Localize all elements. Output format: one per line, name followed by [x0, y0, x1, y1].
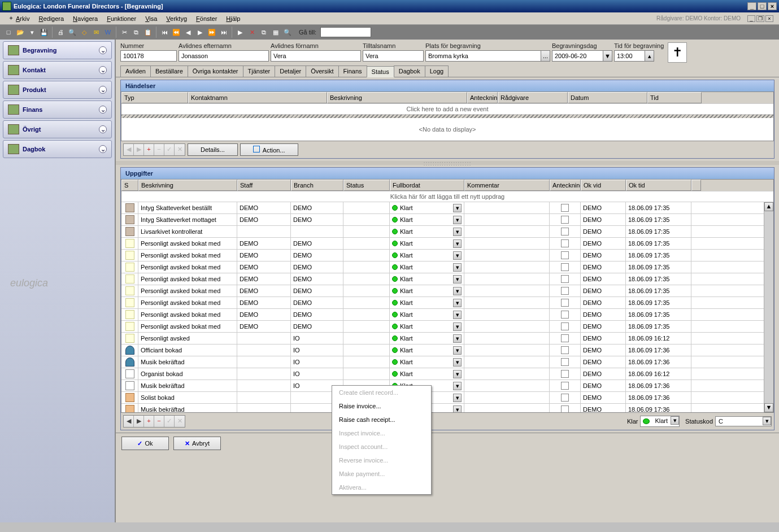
- sidebar-item-övrigt[interactable]: Övrigt⌄: [3, 120, 112, 138]
- statuskod-select[interactable]: C ▾: [715, 416, 772, 426]
- cell-anteckning[interactable]: [550, 380, 581, 391]
- action-button[interactable]: Action...: [240, 143, 298, 156]
- cancel-button[interactable]: ✕Avbryt: [173, 437, 221, 450]
- tool-icon[interactable]: ◇: [79, 27, 89, 37]
- scroll-up-icon[interactable]: ▲: [764, 202, 773, 211]
- paste-icon[interactable]: 📋: [143, 27, 153, 37]
- dropdown-icon[interactable]: ▾: [453, 358, 462, 367]
- dropdown-icon[interactable]: ▾: [453, 322, 462, 331]
- cell-fullbordat[interactable]: Klart▾: [390, 273, 464, 285]
- sidebar-item-kontakt[interactable]: Kontakt⌄: [3, 61, 112, 79]
- dropdown-icon[interactable]: ▾: [453, 382, 462, 390]
- close-button[interactable]: ×: [768, 2, 777, 10]
- tab-övriga kontakter[interactable]: Övriga kontakter: [188, 66, 243, 77]
- expand-icon[interactable]: ⌄: [99, 66, 107, 74]
- cell-fullbordat[interactable]: Klart▾: [390, 250, 464, 261]
- tnav-commit[interactable]: ✓: [164, 416, 175, 427]
- dropdown-icon[interactable]: ▾: [453, 251, 462, 260]
- cell-fullbordat[interactable]: Klart▾: [390, 261, 464, 273]
- cell-fullbordat[interactable]: Klart▾: [390, 309, 464, 320]
- task-row[interactable]: Musik bekräftadIOKlart▾DEMO18.06.09 17:3…: [121, 356, 764, 368]
- tasks-col-2[interactable]: Staff: [237, 180, 291, 191]
- nav-remove[interactable]: −: [154, 144, 164, 155]
- events-add-hint[interactable]: Click here to add a new event: [121, 103, 773, 115]
- dropdown-icon[interactable]: ▾: [27, 27, 37, 37]
- scroll-down-icon[interactable]: ▼: [764, 403, 773, 412]
- print-icon[interactable]: 🖨: [55, 27, 66, 37]
- menu-arkiv[interactable]: Arkiv: [16, 15, 29, 22]
- sidebar-item-produkt[interactable]: Produkt⌄: [3, 81, 112, 99]
- horizontal-splitter[interactable]: [116, 161, 779, 165]
- task-row[interactable]: Personligt avsked bokat medDEMODEMOKlart…: [121, 261, 764, 273]
- word-icon[interactable]: W: [103, 27, 113, 37]
- cell-anteckning[interactable]: [550, 226, 581, 237]
- dropdown-icon[interactable]: ▾: [453, 370, 462, 378]
- cell-fullbordat[interactable]: Klart▾: [390, 238, 464, 249]
- task-row[interactable]: Personligt avsked bokat medDEMODEMOKlart…: [121, 273, 764, 285]
- menu-navigera[interactable]: Navigera: [73, 15, 98, 22]
- next-page-icon[interactable]: ⏩: [207, 27, 217, 37]
- tab-dagbok[interactable]: Dagbok: [394, 66, 425, 77]
- cell-anteckning[interactable]: [550, 345, 581, 356]
- task-row[interactable]: Personligt avsked bokat medDEMODEMOKlart…: [121, 297, 764, 309]
- events-col-1[interactable]: Kontaktnamn: [188, 92, 327, 103]
- goto-input[interactable]: [320, 27, 371, 37]
- prev-page-icon[interactable]: ⏪: [171, 27, 181, 37]
- dropdown-icon[interactable]: ▾: [453, 216, 462, 224]
- cell-anteckning[interactable]: [550, 297, 581, 308]
- expand-icon[interactable]: ⌄: [99, 145, 107, 153]
- tid-dropdown-icon[interactable]: ▴: [645, 50, 654, 62]
- cell-anteckning[interactable]: [550, 214, 581, 225]
- mdi-close[interactable]: ×: [765, 15, 773, 22]
- menu-funktioner[interactable]: Funktioner: [107, 15, 136, 22]
- cell-anteckning[interactable]: [550, 392, 581, 403]
- cell-anteckning[interactable]: [550, 333, 581, 344]
- task-row[interactable]: Musik bekräftadKlart▾DEMO18.06.09 17:36: [121, 404, 764, 412]
- task-row[interactable]: Intyg Skatteverket beställtDEMODEMOKlart…: [121, 202, 764, 214]
- minimize-button[interactable]: _: [747, 2, 756, 10]
- cell-anteckning[interactable]: [550, 309, 581, 320]
- next-icon[interactable]: ▶: [195, 27, 205, 37]
- tab-avliden[interactable]: Avliden: [120, 66, 151, 77]
- maximize-button[interactable]: □: [758, 2, 767, 10]
- tasks-col-3[interactable]: Branch: [291, 180, 343, 191]
- tnav-remove[interactable]: −: [154, 416, 164, 427]
- mdi-restore[interactable]: ❐: [756, 15, 764, 22]
- mdi-minimize[interactable]: _: [747, 15, 755, 22]
- events-col-6[interactable]: Tid: [647, 92, 702, 103]
- tasks-add-hint[interactable]: Klicka här för att lägga till ett nytt u…: [121, 191, 773, 202]
- cell-anteckning[interactable]: [550, 356, 581, 368]
- mail-icon[interactable]: ✉: [91, 27, 101, 37]
- field-tid[interactable]: [614, 50, 645, 62]
- tab-status[interactable]: Status: [367, 66, 394, 77]
- cell-fullbordat[interactable]: Klart▾: [390, 214, 464, 225]
- app-menu-icon[interactable]: ✦: [6, 14, 16, 24]
- cell-fullbordat[interactable]: Klart▾: [390, 333, 464, 344]
- expand-icon[interactable]: ⌄: [99, 86, 107, 94]
- task-row[interactable]: Personligt avskedIOKlart▾DEMO18.06.09 16…: [121, 333, 764, 345]
- tab-översikt[interactable]: Översikt: [306, 66, 338, 77]
- dropdown-icon[interactable]: ▾: [453, 275, 462, 284]
- dropdown-icon[interactable]: ▾: [453, 299, 462, 307]
- grid-icon[interactable]: ▦: [271, 27, 281, 37]
- sidebar-item-finans[interactable]: Finans⌄: [3, 101, 112, 119]
- cell-fullbordat[interactable]: Klart▾: [390, 297, 464, 308]
- expand-icon[interactable]: ⌄: [99, 125, 107, 133]
- plats-dropdown-icon[interactable]: ...: [541, 50, 550, 62]
- search-icon[interactable]: 🔍: [282, 27, 293, 37]
- field-plats[interactable]: [425, 50, 541, 62]
- tab-beställare[interactable]: Beställare: [150, 66, 188, 77]
- tab-finans[interactable]: Finans: [338, 66, 367, 77]
- last-icon[interactable]: ⏭: [219, 27, 229, 37]
- tab-logg[interactable]: Logg: [425, 66, 449, 77]
- tasks-col-8[interactable]: Ok vid: [581, 180, 626, 191]
- cell-fullbordat[interactable]: Klart▾: [390, 345, 464, 356]
- first-icon[interactable]: ⏮: [159, 27, 169, 37]
- dropdown-icon[interactable]: ▾: [453, 334, 462, 343]
- cell-anteckning[interactable]: [550, 250, 581, 261]
- task-row[interactable]: Solist bokadKlart▾DEMO18.06.09 17:36: [121, 392, 764, 404]
- dropdown-icon[interactable]: ▾: [453, 405, 462, 413]
- tasks-col-4[interactable]: Status: [343, 180, 390, 191]
- dropdown-icon[interactable]: ▾: [453, 263, 462, 272]
- ok-button[interactable]: ✓Ok: [121, 437, 169, 450]
